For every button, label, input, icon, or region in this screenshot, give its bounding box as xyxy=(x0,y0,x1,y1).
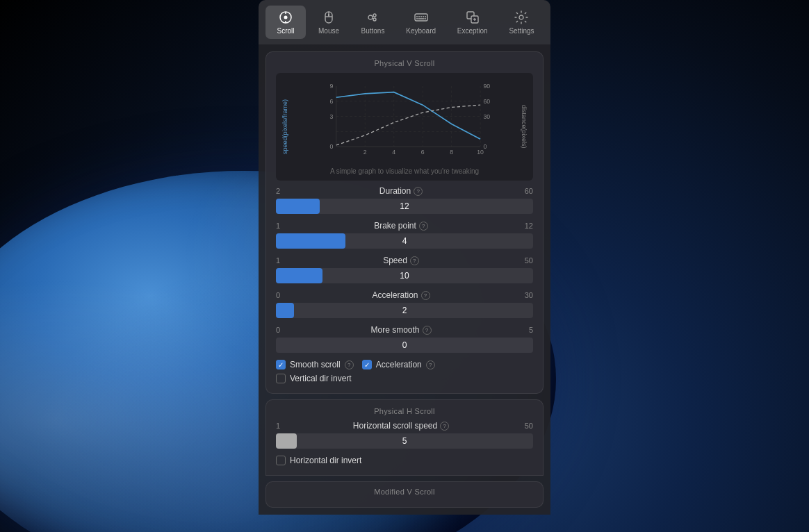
svg-text:6: 6 xyxy=(330,98,334,105)
tab-settings[interactable]: Settings xyxy=(500,6,544,39)
scroll-icon xyxy=(278,10,293,25)
h-scroll-speed-label-wrap: Horizontal scroll speed ? xyxy=(353,421,449,431)
more-smooth-label-wrap: More smooth ? xyxy=(370,325,431,335)
buttons-icon xyxy=(365,10,380,25)
svg-point-7 xyxy=(368,15,373,19)
smooth-scroll-label: Smooth scroll xyxy=(290,360,341,369)
graph-svg: 9 6 3 0 90 60 30 0 2 4 6 xyxy=(291,78,518,162)
brake-point-slider-header: 1 Brake point ? 12 xyxy=(276,221,533,231)
modified-v-scroll-title: Modified V Scroll xyxy=(276,488,533,496)
brake-point-value: 4 xyxy=(276,233,533,249)
acceleration-checkbox[interactable]: ✓ Acceleration ? xyxy=(362,360,435,369)
acceleration-slider[interactable]: 2 xyxy=(276,303,533,318)
tab-scroll[interactable]: Scroll xyxy=(265,6,306,39)
tab-buttons[interactable]: Buttons xyxy=(352,6,394,39)
brake-point-max: 12 xyxy=(512,222,533,230)
acceleration-slider-header: 0 Acceleration ? 30 xyxy=(276,290,533,300)
exception-icon xyxy=(465,10,480,25)
smooth-scroll-help-icon[interactable]: ? xyxy=(345,360,354,369)
svg-point-8 xyxy=(373,14,376,17)
h-scroll-speed-slider-row: 1 Horizontal scroll speed ? 50 5 xyxy=(276,421,533,449)
acceleration-slider-row: 0 Acceleration ? 30 2 xyxy=(276,290,533,318)
speed-slider-header: 1 Speed ? 50 xyxy=(276,256,533,265)
duration-slider[interactable]: 12 xyxy=(276,199,533,214)
tab-exception[interactable]: Exception xyxy=(448,6,497,39)
acceleration-label-wrap: Acceleration ? xyxy=(372,290,430,300)
svg-text:90: 90 xyxy=(483,83,490,90)
h-scroll-speed-min: 1 xyxy=(276,422,290,430)
brake-point-slider[interactable]: 4 xyxy=(276,233,533,249)
more-smooth-label: More smooth xyxy=(370,325,419,335)
speed-label: Speed xyxy=(383,256,407,265)
acceleration-checkbox-box: ✓ xyxy=(362,360,372,369)
svg-line-11 xyxy=(373,19,373,19)
duration-label-wrap: Duration ? xyxy=(379,186,423,196)
acceleration-min: 0 xyxy=(276,291,290,299)
h-scroll-speed-help-icon[interactable]: ? xyxy=(440,422,449,431)
speed-slider-row: 1 Speed ? 50 10 xyxy=(276,256,533,283)
svg-text:30: 30 xyxy=(483,113,490,120)
tab-settings-label: Settings xyxy=(509,27,534,35)
modified-v-scroll-section: Modified V Scroll xyxy=(265,481,544,508)
svg-line-10 xyxy=(373,16,373,17)
more-smooth-value: 0 xyxy=(276,338,533,353)
duration-label: Duration xyxy=(379,186,411,196)
vertical-dir-invert-checkbox[interactable]: Vertical dir invert xyxy=(276,374,533,383)
h-scroll-speed-header: 1 Horizontal scroll speed ? 50 xyxy=(276,421,533,431)
svg-text:6: 6 xyxy=(421,149,425,156)
more-smooth-min: 0 xyxy=(276,326,290,334)
acceleration-value: 2 xyxy=(276,303,533,318)
svg-text:8: 8 xyxy=(450,149,453,156)
y-label-right: distance(pixels) xyxy=(521,78,528,175)
duration-min: 2 xyxy=(276,187,290,195)
speed-slider[interactable]: 10 xyxy=(276,268,533,283)
horizontal-dir-invert-checkbox-box xyxy=(276,456,286,465)
more-smooth-slider[interactable]: 0 xyxy=(276,338,533,353)
keyboard-icon xyxy=(414,10,429,25)
graph-wrap: speed(pixels/frame) xyxy=(281,78,528,175)
acceleration-max: 30 xyxy=(512,291,533,299)
svg-point-9 xyxy=(373,18,376,21)
tab-mouse-label: Mouse xyxy=(318,27,339,35)
more-smooth-help-icon[interactable]: ? xyxy=(423,326,432,335)
graph-svg-wrap: 9 6 3 0 90 60 30 0 2 4 6 xyxy=(291,78,518,175)
svg-text:10: 10 xyxy=(477,149,484,156)
main-panel: Scroll Mouse Buttons xyxy=(259,0,550,515)
brake-point-slider-row: 1 Brake point ? 12 4 xyxy=(276,221,533,249)
vertical-dir-invert-checkbox-box xyxy=(276,374,286,383)
more-smooth-max: 5 xyxy=(512,326,533,334)
svg-text:2: 2 xyxy=(363,149,367,156)
physical-v-scroll-title: Physical V Scroll xyxy=(276,59,533,67)
duration-slider-header: 2 Duration ? 60 xyxy=(276,186,533,196)
horizontal-dir-invert-checkbox[interactable]: Horizontal dir invert xyxy=(276,456,533,465)
svg-text:4: 4 xyxy=(392,149,395,156)
svg-text:9: 9 xyxy=(330,83,334,90)
h-scroll-speed-value: 5 xyxy=(276,433,533,449)
tab-keyboard[interactable]: Keyboard xyxy=(397,6,446,39)
physical-h-scroll-title: Physical H Scroll xyxy=(276,407,533,415)
y-label-left: speed(pixels/frame) xyxy=(281,78,288,175)
tab-keyboard-label: Keyboard xyxy=(406,27,436,35)
brake-point-help-icon[interactable]: ? xyxy=(419,222,428,231)
speed-value: 10 xyxy=(276,268,533,283)
tab-exception-label: Exception xyxy=(457,27,488,35)
more-smooth-slider-row: 0 More smooth ? 5 0 xyxy=(276,325,533,353)
tab-buttons-label: Buttons xyxy=(361,27,384,35)
svg-point-25 xyxy=(519,15,523,19)
brake-point-label-wrap: Brake point ? xyxy=(374,221,428,231)
svg-text:0: 0 xyxy=(330,143,334,150)
speed-help-icon[interactable]: ? xyxy=(410,256,419,265)
acceleration-label: Acceleration xyxy=(372,290,418,300)
tab-bar: Scroll Mouse Buttons xyxy=(259,0,550,44)
tab-mouse[interactable]: Mouse xyxy=(309,6,349,39)
h-scroll-speed-slider[interactable]: 5 xyxy=(276,433,533,449)
h-scroll-speed-max: 50 xyxy=(512,422,533,430)
duration-help-icon[interactable]: ? xyxy=(414,187,423,196)
acceleration-checkbox-help-icon[interactable]: ? xyxy=(426,360,435,369)
speed-min: 1 xyxy=(276,256,290,265)
brake-point-label: Brake point xyxy=(374,221,416,231)
more-smooth-slider-header: 0 More smooth ? 5 xyxy=(276,325,533,335)
checkbox-row-1: ✓ Smooth scroll ? ✓ Acceleration ? xyxy=(276,360,533,369)
acceleration-help-icon[interactable]: ? xyxy=(421,291,430,300)
smooth-scroll-checkbox[interactable]: ✓ Smooth scroll ? xyxy=(276,360,354,369)
